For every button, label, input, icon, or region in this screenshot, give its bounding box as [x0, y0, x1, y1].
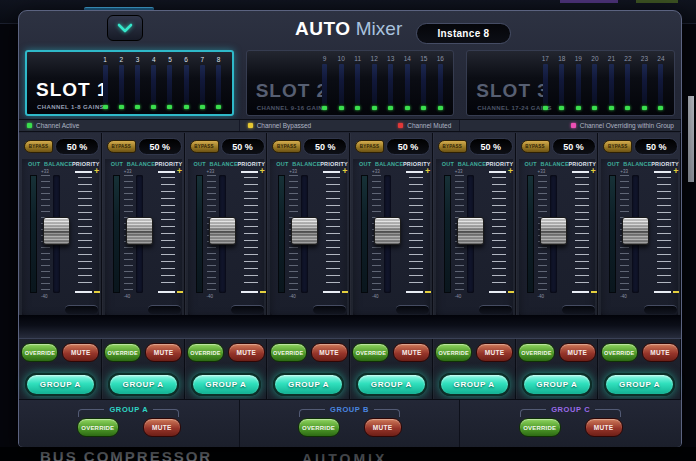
override-button[interactable]: OVERRIDE — [21, 343, 58, 362]
bus-compressor-label: BUS COMPRESSOR — [40, 448, 212, 461]
slot-2-panel[interactable]: SLOT 2 CHANNEL 9-16 GAINS 91011121314151… — [246, 50, 455, 116]
balance-fader-handle[interactable] — [457, 217, 484, 245]
strip-expand-button[interactable] — [562, 305, 595, 314]
group-assign-button[interactable]: GROUP A — [356, 373, 427, 396]
scale-bottom-label: -40 — [620, 294, 627, 299]
priority-slider-track[interactable] — [492, 177, 506, 289]
priority-minus-mark — [94, 291, 100, 293]
channel-meter: 18 — [556, 55, 568, 110]
balance-fader-handle[interactable] — [374, 217, 401, 245]
mute-button[interactable]: MUTE — [62, 343, 99, 362]
background-scrollbar[interactable] — [688, 96, 694, 182]
bracket-left — [520, 409, 546, 417]
priority-max-mark — [654, 171, 671, 173]
group-a-override-button[interactable]: OVERRIDE — [77, 418, 119, 437]
channel-number: 17 — [542, 55, 549, 63]
out-meter — [30, 175, 37, 293]
group-assign-button[interactable]: GROUP A — [273, 373, 344, 396]
priority-slider-track[interactable] — [657, 177, 671, 289]
group-assign-button[interactable]: GROUP A — [191, 373, 262, 396]
override-button[interactable]: OVERRIDE — [104, 343, 141, 362]
out-meter — [278, 175, 285, 293]
strip-expand-button[interactable] — [396, 305, 429, 314]
collapse-button[interactable] — [107, 15, 143, 41]
group-b-mute-button[interactable]: MUTE — [364, 418, 402, 437]
channel-strips: BYPASS 50 % OUT BALANCE PRIORITY +33 -40… — [19, 133, 681, 399]
mute-button[interactable]: MUTE — [311, 343, 348, 362]
balance-fader-handle[interactable] — [291, 217, 318, 245]
channel-active-dot — [421, 106, 426, 110]
group-a-section: GROUP A OVERRIDE MUTE — [19, 400, 240, 447]
priority-slider-track[interactable] — [78, 177, 92, 289]
slot-1-panel[interactable]: SLOT 1 CHANNEL 1-8 GAINS 12345678 — [25, 50, 234, 116]
channel-active-dot — [592, 106, 597, 110]
green-dot-icon — [27, 123, 32, 128]
bypass-button[interactable]: BYPASS — [438, 140, 467, 153]
mute-button[interactable]: MUTE — [559, 343, 596, 362]
strip-expand-button[interactable] — [65, 305, 98, 314]
priority-slider-track[interactable] — [161, 177, 175, 289]
strip-expand-button[interactable] — [479, 305, 512, 314]
group-assign-button[interactable]: GROUP A — [522, 373, 593, 396]
bypass-button[interactable]: BYPASS — [355, 140, 384, 153]
group-assign-button[interactable]: GROUP A — [25, 373, 96, 396]
channel-meter: 11 — [352, 55, 364, 110]
priority-slider-track[interactable] — [244, 177, 258, 289]
instance-selector[interactable]: Instance 8 — [416, 23, 511, 44]
channel-active-dot — [559, 106, 564, 110]
channel-meter: 6 — [180, 56, 192, 109]
mute-button[interactable]: MUTE — [145, 343, 182, 362]
group-assign-button[interactable]: GROUP A — [108, 373, 179, 396]
group-c-mute-button[interactable]: MUTE — [585, 418, 623, 437]
group-a-mute-button[interactable]: MUTE — [143, 418, 181, 437]
channel-meter: 10 — [335, 55, 347, 110]
fader-panel: OUT BALANCE PRIORITY +33 -40 + — [519, 159, 596, 319]
group-c-override-button[interactable]: OVERRIDE — [519, 418, 561, 437]
balance-label: BALANCE — [623, 161, 651, 167]
bypass-button[interactable]: BYPASS — [603, 140, 632, 153]
override-button[interactable]: OVERRIDE — [518, 343, 555, 362]
balance-fader-handle[interactable] — [622, 217, 649, 245]
out-label: OUT — [607, 161, 619, 167]
override-button[interactable]: OVERRIDE — [435, 343, 472, 362]
priority-max-mark — [572, 171, 589, 173]
group-assign-button[interactable]: GROUP A — [439, 373, 510, 396]
override-button[interactable]: OVERRIDE — [352, 343, 389, 362]
bracket-left — [299, 409, 325, 417]
mute-button[interactable]: MUTE — [393, 343, 430, 362]
override-button[interactable]: OVERRIDE — [601, 343, 638, 362]
bypass-button[interactable]: BYPASS — [521, 140, 550, 153]
bypass-button[interactable]: BYPASS — [107, 140, 136, 153]
bypass-button[interactable]: BYPASS — [190, 140, 219, 153]
channel-active-dot — [103, 105, 108, 109]
balance-fader-handle[interactable] — [209, 217, 236, 245]
mute-button[interactable]: MUTE — [228, 343, 265, 362]
priority-slider-track[interactable] — [326, 177, 340, 289]
strip-expand-button[interactable] — [231, 305, 264, 314]
gain-meter-bar — [421, 64, 426, 104]
mute-button[interactable]: MUTE — [476, 343, 513, 362]
balance-label: BALANCE — [292, 161, 320, 167]
balance-fader-handle[interactable] — [540, 217, 567, 245]
bypass-button[interactable]: BYPASS — [272, 140, 301, 153]
slot-3-panel[interactable]: SLOT 3 CHANNEL 17-24 GAINS 1718192021222… — [466, 50, 675, 116]
priority-slider-track[interactable] — [575, 177, 589, 289]
legend-channel-active: Channel Active — [27, 122, 79, 129]
strip-expand-button[interactable] — [644, 305, 677, 314]
scale-bottom-label: -40 — [289, 294, 296, 299]
strip-expand-button[interactable] — [148, 305, 181, 314]
balance-fader-handle[interactable] — [126, 217, 153, 245]
override-button[interactable]: OVERRIDE — [270, 343, 307, 362]
override-button[interactable]: OVERRIDE — [187, 343, 224, 362]
priority-min-mark — [323, 291, 340, 293]
strip-expand-button[interactable] — [313, 305, 346, 314]
priority-slider-track[interactable] — [409, 177, 423, 289]
priority-minus-mark — [260, 291, 266, 293]
balance-fader-handle[interactable] — [43, 217, 70, 245]
bypass-button[interactable]: BYPASS — [24, 140, 53, 153]
channel-number: 4 — [152, 56, 156, 64]
group-assign-button[interactable]: GROUP A — [604, 373, 675, 396]
group-b-section: GROUP B OVERRIDE MUTE — [240, 400, 461, 447]
group-b-override-button[interactable]: OVERRIDE — [298, 418, 340, 437]
mute-button[interactable]: MUTE — [642, 343, 679, 362]
